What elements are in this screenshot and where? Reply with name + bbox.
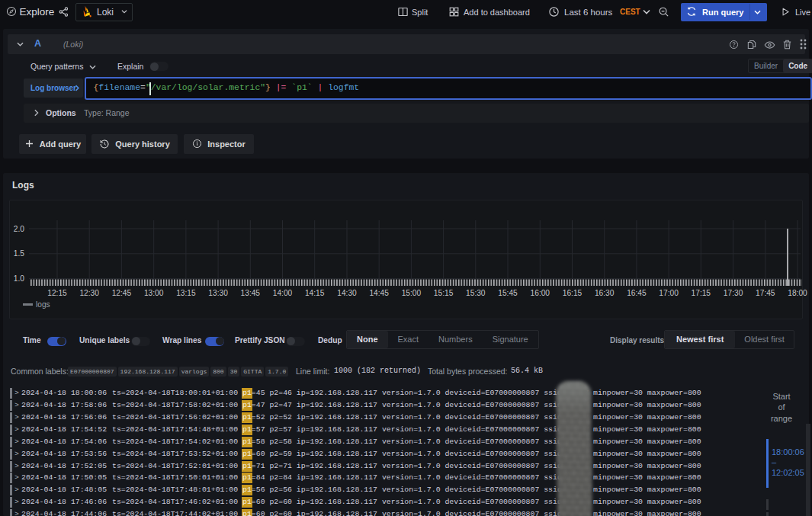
svg-text:13:30: 13:30 (208, 289, 228, 297)
svg-text:14:30: 14:30 (337, 289, 357, 297)
svg-text:16:30: 16:30 (595, 289, 615, 297)
svg-text:15:15: 15:15 (434, 289, 454, 297)
svg-text:15:30: 15:30 (466, 289, 486, 297)
svg-text:14:00: 14:00 (273, 289, 293, 297)
svg-text:14:45: 14:45 (369, 289, 389, 297)
svg-text:2.0: 2.0 (14, 225, 24, 233)
svg-text:logs: logs (36, 300, 50, 309)
svg-text:16:45: 16:45 (627, 289, 647, 297)
svg-text:17:45: 17:45 (756, 289, 775, 297)
svg-text:13:45: 13:45 (241, 289, 261, 297)
svg-text:1.0: 1.0 (14, 274, 24, 283)
svg-text:15:00: 15:00 (402, 289, 422, 297)
svg-text:18:00: 18:00 (788, 289, 807, 297)
svg-text:12:45: 12:45 (112, 289, 132, 297)
svg-text:12:15: 12:15 (47, 289, 67, 297)
svg-text:17:30: 17:30 (724, 289, 743, 297)
svg-text:15:45: 15:45 (498, 289, 518, 297)
svg-text:1.5: 1.5 (14, 249, 24, 258)
svg-text:17:15: 17:15 (692, 289, 711, 297)
svg-text:13:15: 13:15 (176, 289, 196, 297)
svg-text:16:15: 16:15 (563, 289, 583, 297)
svg-text:13:00: 13:00 (144, 289, 164, 297)
svg-text:16:00: 16:00 (531, 289, 550, 297)
svg-text:12:30: 12:30 (79, 289, 99, 297)
svg-text:17:00: 17:00 (659, 289, 679, 297)
svg-text:14:15: 14:15 (305, 289, 325, 297)
